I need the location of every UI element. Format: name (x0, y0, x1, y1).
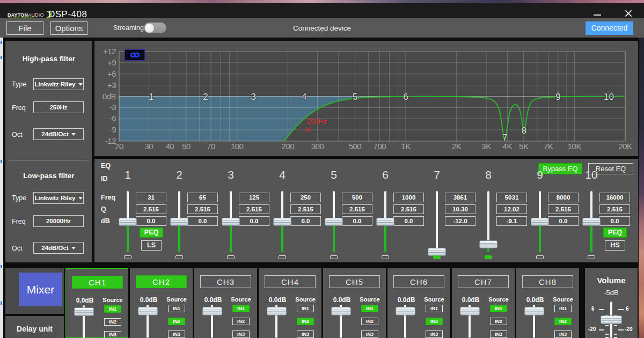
input-select-button-in2[interactable]: IN2 (490, 318, 507, 325)
eq-point-marker[interactable]: 7 (502, 133, 507, 143)
delay-unit-button[interactable]: Delay unit (5, 325, 64, 333)
input-select-button-in3[interactable]: IN3 (426, 330, 443, 338)
input-select-button-in1[interactable]: IN1 (104, 305, 121, 313)
channel-header-ch5[interactable]: CH5 (329, 275, 380, 288)
eq-point-marker[interactable]: 2 (203, 92, 208, 102)
eq-band-led[interactable] (124, 255, 131, 259)
eq-band-led[interactable] (433, 255, 441, 259)
input-select-button-in3[interactable]: IN3 (297, 330, 314, 338)
volume-slider-handle[interactable] (601, 315, 622, 324)
options-button[interactable]: Options (50, 21, 87, 35)
eq-filter-type-button-hs[interactable]: HS (605, 240, 625, 251)
eq-slider-track-lower[interactable] (127, 222, 129, 252)
input-select-button-in2[interactable]: IN2 (361, 318, 378, 325)
eq-slider-track-upper[interactable] (230, 191, 232, 222)
eq-slider-track-lower[interactable] (281, 222, 283, 252)
eq-slider-track-upper[interactable] (281, 191, 283, 222)
eq-slider-handle[interactable] (531, 218, 549, 226)
hpf-freq-input[interactable]: 250Hz (33, 101, 84, 113)
channel-header-ch2[interactable]: CH2 (136, 275, 187, 288)
eq-slider-track-lower[interactable] (230, 222, 232, 252)
eq-slider-track-upper[interactable] (590, 191, 592, 222)
input-select-button-in1[interactable]: IN1 (168, 305, 185, 312)
eq-slider-track-lower[interactable] (333, 222, 335, 252)
eq-q-input[interactable]: 2.515 (599, 204, 630, 214)
eq-point-marker[interactable]: 1 (149, 92, 153, 102)
eq-band-led[interactable] (330, 255, 338, 259)
channel-slider-handle[interactable] (396, 307, 415, 315)
eq-slider-track-lower[interactable] (178, 222, 180, 252)
eq-slider-handle[interactable] (479, 240, 497, 248)
eq-freq-input[interactable]: 16000 (599, 193, 630, 202)
eq-band-led[interactable] (485, 255, 492, 259)
input-select-button-in1[interactable]: IN1 (490, 305, 507, 312)
eq-filter-type-button-peq[interactable]: PEQ (603, 227, 627, 238)
eq-gain-input[interactable]: 0.0 (599, 216, 630, 226)
mixer-button[interactable]: Mixer (19, 273, 62, 306)
eq-slider-handle[interactable] (170, 218, 188, 226)
channel-header-ch3[interactable]: CH3 (200, 275, 251, 288)
eq-slider-track-upper[interactable] (539, 191, 541, 222)
channel-slider-handle[interactable] (331, 307, 351, 315)
eq-band-led[interactable] (382, 255, 389, 259)
input-select-button-in3[interactable]: IN3 (104, 331, 121, 338)
eq-slider-track-lower[interactable] (539, 222, 541, 252)
eq-slider-track-lower[interactable] (384, 222, 386, 252)
input-select-button-in3[interactable]: IN3 (554, 330, 572, 338)
connected-status-button[interactable]: Connected (586, 21, 633, 35)
input-select-button-in3[interactable]: IN3 (490, 330, 507, 338)
channel-slider-handle[interactable] (202, 307, 222, 315)
eq-slider-handle[interactable] (325, 218, 343, 226)
eq-slider-handle[interactable] (376, 218, 394, 226)
eq-band-led[interactable] (175, 255, 183, 259)
input-select-button-in2[interactable]: IN2 (232, 318, 250, 325)
channel-slider-handle[interactable] (267, 307, 287, 315)
hpf-slope-dropdown[interactable]: 24dB/Oct (33, 128, 84, 140)
lpf-type-dropdown[interactable]: Linkwitz Riley (33, 192, 84, 204)
channel-header-ch7[interactable]: CH7 (458, 275, 509, 288)
input-select-button-in2[interactable]: IN2 (426, 318, 443, 325)
lpf-slope-dropdown[interactable]: 24dB/Oct (33, 242, 84, 254)
eq-band-led[interactable] (279, 255, 286, 259)
eq-slider-track-upper[interactable] (487, 191, 489, 245)
hpf-type-dropdown[interactable]: Linkwitz Riley (33, 78, 84, 90)
eq-point-marker[interactable]: 10 (604, 92, 614, 102)
eq-point-marker[interactable]: 8 (522, 126, 526, 136)
input-select-button-in3[interactable]: IN3 (361, 330, 378, 338)
input-select-button-in1[interactable]: IN1 (232, 305, 250, 312)
channel-header-ch8[interactable]: CH8 (522, 275, 573, 288)
eq-point-marker[interactable]: 5 (353, 92, 357, 102)
lpf-freq-input[interactable]: 20000Hz (33, 215, 84, 227)
input-select-button-in3[interactable]: IN3 (232, 330, 250, 338)
channel-slider-handle[interactable] (524, 307, 544, 315)
channel-header-ch6[interactable]: CH6 (393, 275, 444, 288)
input-select-button-in2[interactable]: IN2 (104, 318, 121, 326)
channel-slider-handle[interactable] (460, 307, 480, 315)
input-select-button-in3[interactable]: IN3 (168, 330, 185, 338)
input-select-button-in1[interactable]: IN1 (297, 305, 314, 312)
input-select-button-in2[interactable]: IN2 (297, 318, 314, 325)
file-button[interactable]: File (6, 21, 43, 35)
input-select-button-in2[interactable]: IN2 (554, 318, 572, 325)
eq-slider-track-upper[interactable] (436, 191, 438, 252)
eq-slider-track-upper[interactable] (333, 191, 335, 222)
eq-slider-track-upper[interactable] (178, 191, 180, 222)
channel-slider-handle[interactable] (138, 307, 158, 315)
channel-header-ch4[interactable]: CH4 (265, 275, 316, 288)
link-channels-icon[interactable] (125, 49, 145, 61)
eq-slider-handle[interactable] (273, 218, 291, 226)
eq-slider-track-lower[interactable] (590, 222, 592, 252)
eq-band-led[interactable] (588, 255, 595, 259)
eq-point-marker[interactable]: 6 (403, 92, 408, 102)
eq-slider-handle[interactable] (119, 218, 137, 226)
eq-slider-track-upper[interactable] (127, 191, 129, 222)
close-icon[interactable] (623, 9, 634, 18)
channel-header-ch1[interactable]: CH1 (72, 276, 123, 289)
eq-slider-handle[interactable] (428, 248, 446, 256)
eq-slider-handle[interactable] (582, 218, 601, 226)
eq-band-led[interactable] (227, 255, 235, 259)
input-select-button-in1[interactable]: IN1 (426, 305, 443, 312)
eq-slider-track-upper[interactable] (384, 191, 386, 222)
eq-band-led[interactable] (536, 255, 544, 259)
input-select-button-in2[interactable]: IN2 (168, 318, 185, 325)
